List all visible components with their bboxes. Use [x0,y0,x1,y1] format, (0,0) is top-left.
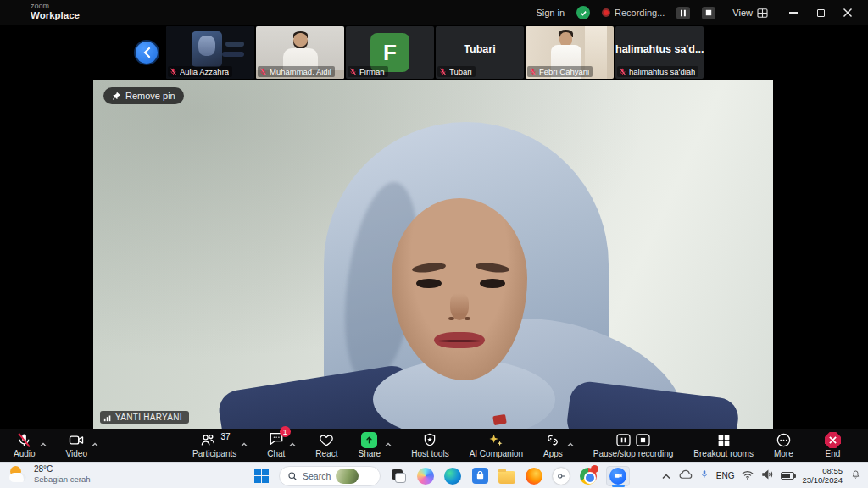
edge-app-icon[interactable] [443,466,462,486]
recording-dot-icon [602,8,610,17]
encryption-shield-icon[interactable] [576,6,590,19]
video-button[interactable]: Video [66,432,87,458]
battery-icon[interactable] [781,472,794,480]
logo-workplace-text: Workplace [31,10,80,20]
participant-center-name: Tubari [436,43,524,55]
muted-mic-icon [529,68,537,75]
pause-recording-icon[interactable] [676,7,690,19]
zoom-workplace-logo: zoom Workplace [31,3,80,21]
firefox-app-icon[interactable] [525,466,543,486]
microsoft-store-app-icon[interactable] [470,466,489,486]
remove-pin-button[interactable]: Remove pin [103,87,184,104]
tray-chevron-up-icon[interactable] [662,468,670,483]
muted-mic-icon [170,68,177,75]
camera-icon [68,432,85,448]
shield-icon [422,432,437,448]
task-view-button[interactable] [389,466,408,486]
heart-icon [318,432,335,448]
zoom-app-icon-active[interactable] [606,466,630,486]
pin-icon [112,92,121,101]
speaker-nametag: YANTI HARYANI [100,411,189,424]
logo-zoom-text: zoom [31,3,80,10]
pinned-speaker-video: Remove pin YANTI HARYANI [93,80,773,429]
video-options-caret[interactable] [92,435,98,451]
host-tools-button[interactable]: Host tools [411,432,448,458]
apps-options-caret[interactable] [567,435,574,451]
file-explorer-app-icon[interactable] [498,466,516,486]
view-button[interactable]: View [732,8,768,18]
recording-indicator: Recording... [602,8,665,18]
share-options-caret[interactable] [385,435,392,451]
participants-count: 37 [221,432,231,441]
scroll-left-button[interactable] [136,42,158,64]
wifi-icon[interactable] [742,468,754,483]
share-screen-icon [361,432,377,448]
main-stage: Remove pin YANTI HARYANI [0,80,868,429]
apps-button[interactable]: Apps [543,432,563,458]
recording-label: Recording... [615,8,665,18]
participant-tile-aulia[interactable]: Aulia Azzahra [166,26,254,79]
participants-button[interactable]: 37 Participants [192,432,236,458]
sparkles-icon [487,432,504,448]
more-ellipsis-icon [776,432,792,448]
copilot-app-icon[interactable] [416,466,435,486]
tray-date: 23/10/2024 [802,475,843,485]
taskbar-search-box[interactable]: Search [279,466,381,486]
chat-options-caret[interactable] [289,435,296,451]
tray-clock[interactable]: 08:55 23/10/2024 [802,466,843,485]
participant-tile-febri[interactable]: Febri Cahyani [526,26,614,79]
breakout-rooms-icon [716,433,732,448]
participant-tile-halimahtus[interactable]: halimahtus sa'd... halimahtus sa'diah [615,26,704,79]
view-grid-icon [757,8,768,18]
apps-icon [544,432,561,448]
windows-logo-icon [254,469,269,483]
minimize-button[interactable] [780,0,807,25]
share-button[interactable]: Share [358,432,381,458]
participant-tile-aidil[interactable]: Muhammad. Aidil [256,26,344,79]
participant-tile-tubari[interactable]: Tubari Tubari [436,26,524,79]
muted-mic-icon [16,432,32,448]
weather-icon [8,464,29,485]
sign-in-link[interactable]: Sign in [536,8,565,18]
weather-widget[interactable]: 28°C Sebagian cerah [8,464,91,485]
participant-name-badge: Muhammad. Aidil [258,66,335,77]
participant-name-badge: Firman [348,66,388,77]
ai-companion-button[interactable]: AI Companion [470,432,523,458]
tray-time: 08:55 [802,466,843,475]
breakout-rooms-button[interactable]: Breakout rooms [693,432,754,458]
zoom-camera-glyph [614,471,623,480]
pause-stop-recording-button[interactable]: Pause/stop recording [593,432,674,458]
participant-tile-firman[interactable]: F Firman [346,26,434,79]
notification-bell-icon[interactable] [850,468,861,483]
start-button[interactable] [252,466,270,486]
audio-options-caret[interactable] [40,435,47,451]
weather-temp: 28°C [34,464,91,474]
chrome-notification-badge [591,465,598,473]
utility-app-icon[interactable] [552,466,570,486]
participants-options-caret[interactable] [241,435,248,451]
close-button[interactable] [834,0,861,25]
search-highlight-image [336,469,359,484]
stop-recording-icon[interactable] [702,7,715,19]
view-label: View [732,8,753,18]
language-indicator[interactable]: ENG [716,471,735,480]
muted-mic-icon [349,68,357,75]
participant-center-name: halimahtus sa'd... [615,43,704,55]
zoom-meeting-window: zoom Workplace Sign in Recording... View [0,0,868,488]
more-button[interactable]: More [774,432,793,458]
speaker-icon[interactable] [761,468,773,483]
participant-filmstrip: Aulia Azzahra Muhammad. Aidil F Firman [0,25,868,80]
chrome-app-icon[interactable] [579,466,598,486]
audio-button[interactable]: Audio [14,432,36,458]
tray-mic-icon[interactable] [700,468,709,483]
pause-recording-icon [615,432,632,448]
end-meeting-button[interactable]: End [825,432,841,458]
participant-name-badge: halimahtus sa'diah [617,66,698,77]
maximize-button[interactable] [807,0,834,25]
chat-button[interactable]: 1 Chat [267,432,285,458]
end-octagon-icon [825,432,841,448]
react-button[interactable]: React [315,432,337,458]
windows-taskbar: 28°C Sebagian cerah Search [0,462,868,488]
participant-name-badge: Aulia Azzahra [168,66,232,77]
onedrive-cloud-icon[interactable] [678,468,693,483]
